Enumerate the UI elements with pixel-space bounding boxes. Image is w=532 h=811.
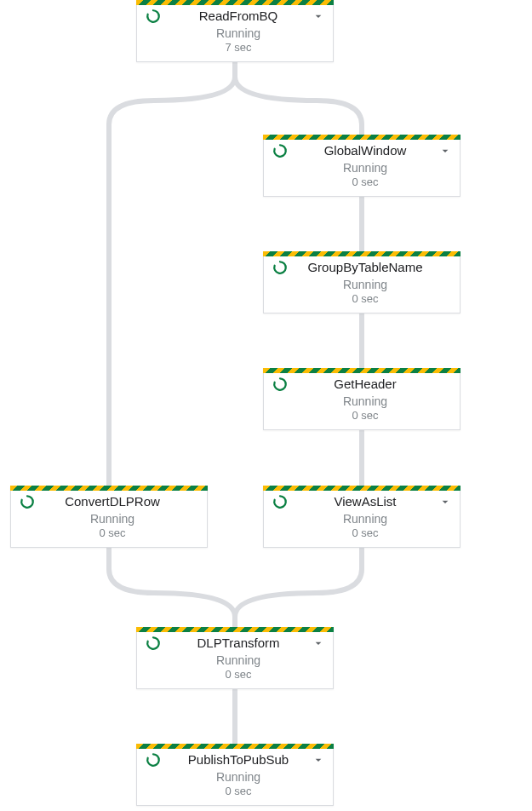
node-title: PublishToPubSub <box>166 752 311 768</box>
running-spinner-icon <box>272 494 288 509</box>
node-dlpTransform[interactable]: DLPTransformRunning0 sec <box>136 627 334 689</box>
node-readFromBQ[interactable]: ReadFromBQRunning7 sec <box>136 0 334 62</box>
node-getHeader[interactable]: GetHeaderRunning0 sec <box>263 368 460 430</box>
node-globalWindow[interactable]: GlobalWindowRunning0 sec <box>263 135 460 197</box>
expand-node-icon[interactable] <box>438 494 453 509</box>
node-convertDlpRow[interactable]: ConvertDLPRowRunning0 sec <box>10 486 208 548</box>
node-groupByTable[interactable]: GroupByTableNameRunning0 sec <box>263 251 460 313</box>
node-status: Running <box>40 511 185 526</box>
node-duration: 7 sec <box>166 41 311 55</box>
node-duration: 0 sec <box>293 526 438 540</box>
node-title: ReadFromBQ <box>166 9 311 24</box>
node-title: ConvertDLPRow <box>40 494 185 509</box>
expand-node-icon[interactable] <box>311 752 326 768</box>
node-duration: 0 sec <box>40 526 185 540</box>
running-spinner-icon <box>272 260 288 275</box>
expand-node-icon[interactable] <box>311 9 326 24</box>
node-status: Running <box>293 160 438 175</box>
running-spinner-icon <box>272 377 288 392</box>
node-title: DLPTransform <box>166 636 311 651</box>
node-status: Running <box>166 26 311 41</box>
node-title: GroupByTableName <box>293 260 438 275</box>
node-title: GlobalWindow <box>293 143 438 158</box>
node-duration: 0 sec <box>293 409 438 423</box>
edge-readFromBQ-to-convertDlpRow <box>109 63 235 486</box>
edge-convertDlpRow-to-dlpTransform <box>109 549 235 627</box>
node-publishToPubSub[interactable]: PublishToPubSubRunning0 sec <box>136 744 334 806</box>
node-viewAsList[interactable]: ViewAsListRunning0 sec <box>263 486 460 548</box>
node-duration: 0 sec <box>166 668 311 682</box>
running-spinner-icon <box>20 494 35 509</box>
node-duration: 0 sec <box>166 785 311 798</box>
expand-node-icon[interactable] <box>311 636 326 651</box>
running-spinner-icon <box>146 9 161 24</box>
node-status: Running <box>166 653 311 668</box>
running-spinner-icon <box>146 636 161 651</box>
edge-viewAsList-to-dlpTransform <box>235 549 362 627</box>
node-duration: 0 sec <box>293 175 438 189</box>
node-status: Running <box>293 511 438 526</box>
node-title: GetHeader <box>293 377 438 392</box>
node-title: ViewAsList <box>293 494 438 509</box>
node-duration: 0 sec <box>293 292 438 306</box>
node-status: Running <box>293 394 438 409</box>
node-status: Running <box>166 769 311 785</box>
edge-readFromBQ-to-globalWindow <box>235 63 362 135</box>
node-status: Running <box>293 277 438 292</box>
running-spinner-icon <box>272 143 288 158</box>
running-spinner-icon <box>146 752 161 768</box>
expand-node-icon[interactable] <box>438 143 453 158</box>
